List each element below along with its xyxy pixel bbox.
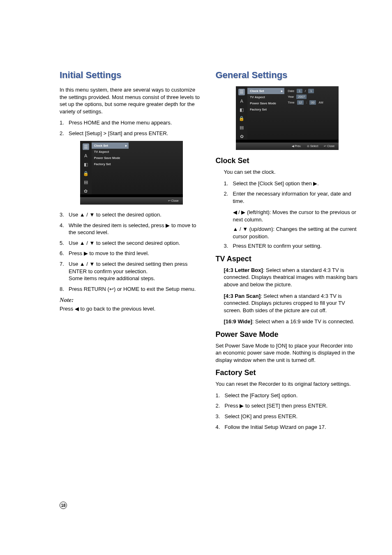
osd-menu-list: Clock Set TV Aspect Power Save Mode Fact… xyxy=(247,86,284,140)
osd-year-label: Year xyxy=(288,95,294,99)
step: Use ▲ / ▼ to select the desired option. xyxy=(60,211,203,219)
step: Follow the Initial Setup Wizard on page … xyxy=(216,424,360,431)
factory-set-steps: Select the [Factory Set] option. Press ▶… xyxy=(216,392,360,431)
osd-year: 2007 xyxy=(296,94,307,99)
gear-icon: ☰ xyxy=(83,143,89,150)
clock-set-heading: Clock Set xyxy=(216,157,360,165)
tv-aspect-opt1: [4:3 Letter Box]: Select when a standard… xyxy=(224,267,360,288)
left-intro: In this menu system, there are several w… xyxy=(60,86,203,115)
left-steps-b: Use ▲ / ▼ to select the desired option. … xyxy=(60,211,203,292)
osd-menu-item: Factory Set xyxy=(92,161,129,167)
lock-icon: 🔒 xyxy=(83,170,89,177)
tv-aspect-opt3: [16:9 Wide]: Select when a 16:9 wide TV … xyxy=(224,318,360,325)
right-column: General Settings ☰ A ◧ 🔒 ▤ ✿ Clock Set T… xyxy=(216,70,360,435)
osd-footer: ↩ Close xyxy=(80,197,183,205)
osd-screenshot-2: ☰ A ◧ 🔒 ▤ ✿ Clock Set TV Aspect Power Sa… xyxy=(236,86,339,150)
osd-time-label: Time xyxy=(288,101,294,104)
left-title: Initial Settings xyxy=(60,70,203,81)
network-icon: ✿ xyxy=(238,133,245,140)
gear-icon: ☰ xyxy=(238,89,245,95)
osd-menu-list: Clock Set TV Aspect Power Save Mode Fact… xyxy=(92,141,129,194)
osd-footer-close: ↩ Close xyxy=(167,199,179,203)
osd-menu-item: TV Aspect xyxy=(92,149,129,155)
right-title: General Settings xyxy=(216,70,360,81)
step: Press ENTER to confirm your setting. xyxy=(224,242,360,250)
power-save-heading: Power Save Mode xyxy=(216,330,360,339)
osd-time-h: 12 xyxy=(297,100,304,105)
osd-time-m: 00 xyxy=(309,100,316,105)
note-label: Note: xyxy=(60,297,203,304)
osd-icon-column: ☰ A ◧ 🔒 ▤ ✿ xyxy=(236,86,247,140)
osd-menu-item: Factory Set xyxy=(247,106,284,113)
osd-screenshot-1: ☰ A ◧ 🔒 ▤ ✿ Clock Set TV Aspect Power Sa… xyxy=(80,141,183,205)
clock-set-step3: Press ENTER to confirm your setting. xyxy=(224,242,360,250)
note-text: Press ◀ to go back to the previous level… xyxy=(60,305,203,313)
clock-set-sub2: ▲ / ▼ (up/down): Changes the setting at … xyxy=(233,226,360,240)
step: Select [OK] and press ENTER. xyxy=(216,413,360,420)
factory-set-intro: You can reset the Recorder to its origin… xyxy=(216,380,360,388)
letter-a-icon: A xyxy=(83,152,89,159)
step: While the desired item is selected, pres… xyxy=(60,222,203,236)
osd-menu-item: Power Save Mode xyxy=(247,100,284,106)
step: Select the [Clock Set] option then ▶. xyxy=(224,180,360,187)
osd-icon-column: ☰ A ◧ 🔒 ▤ ✿ xyxy=(80,141,92,194)
osd-date-day: 1 xyxy=(308,89,314,93)
step: Use ▲ / ▼ to select the desired setting … xyxy=(60,260,203,282)
step: Use ▲ / ▼ to select the second desired o… xyxy=(60,240,203,247)
osd-date-label: Date xyxy=(288,89,294,93)
osd-right-panel: Date 1 / 1 Year 2007 Time 12 : 00 AM xyxy=(284,86,339,140)
left-column: Initial Settings In this menu system, th… xyxy=(60,70,203,435)
step: Press HOME and the Home menu appears. xyxy=(60,119,203,127)
osd-footer: ◀ Prev. ⊙ Select ↩ Close xyxy=(236,143,339,150)
step: Press RETURN (↩) or HOME to exit the Set… xyxy=(60,286,203,293)
disc-icon: ▤ xyxy=(83,179,89,186)
factory-set-heading: Factory Set xyxy=(216,368,360,377)
step: Press ▶ to move to the third level. xyxy=(60,250,203,257)
osd-footer-prev: ◀ Prev. xyxy=(291,145,301,148)
tv-aspect-opt2: [4:3 Pan Scan]: Select when a standard 4… xyxy=(224,292,360,314)
power-save-text: Set Power Save Mode to [ON] to place you… xyxy=(216,342,360,364)
osd-menu-item: Clock Set xyxy=(247,88,284,94)
clock-set-steps: Select the [Clock Set] option then ▶. En… xyxy=(224,180,360,205)
disc-icon: ▤ xyxy=(238,124,245,131)
left-steps-a: Press HOME and the Home menu appears. Se… xyxy=(60,119,203,137)
osd-time-ampm: AM xyxy=(318,101,323,104)
network-icon: ✿ xyxy=(83,188,89,195)
osd-menu-item: Power Save Mode xyxy=(92,155,129,161)
page-content: Initial Settings In this menu system, th… xyxy=(0,0,392,459)
audio-icon: ◧ xyxy=(238,106,245,113)
osd-footer-close: ↩ Close xyxy=(323,145,334,148)
tv-aspect-heading: TV Aspect xyxy=(216,255,360,263)
osd-menu-item: Clock Set xyxy=(92,143,129,149)
osd-date-month: 1 xyxy=(297,89,302,93)
lock-icon: 🔒 xyxy=(238,115,245,122)
clock-set-intro: You can set the clock. xyxy=(224,168,360,176)
step: Select [Setup] > [Start] and press ENTER… xyxy=(60,130,203,137)
step: Select the [Factory Set] option. xyxy=(216,392,360,399)
audio-icon: ◧ xyxy=(83,161,89,168)
letter-a-icon: A xyxy=(238,98,245,104)
page-number: 18 xyxy=(60,502,67,509)
osd-footer-select: ⊙ Select xyxy=(306,145,318,148)
osd-menu-item: TV Aspect xyxy=(247,94,284,100)
clock-set-sub1: ◀ / ▶ (left/right): Moves the cursor to … xyxy=(233,209,360,223)
step: Enter the necessary information for year… xyxy=(224,190,360,205)
step: Press ▶ to select [SET] then press ENTER… xyxy=(216,402,360,410)
